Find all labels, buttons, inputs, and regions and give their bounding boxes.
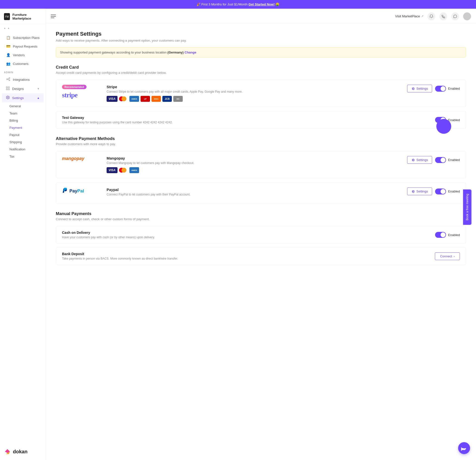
alert-banner: Showing supported payment gateways accor… — [56, 47, 466, 57]
sidebar-sub-general[interactable]: General — [0, 103, 46, 110]
sidebar-item-label: Customers — [13, 62, 29, 66]
dokan-logo-icon — [4, 448, 11, 455]
page-title: Payment Settings — [56, 31, 466, 37]
mangopay-settings-button[interactable]: Settings — [407, 156, 432, 164]
sidebar-sub-payout[interactable]: Payout — [0, 131, 46, 138]
page-subtitle: Add ways to receive payments. After conn… — [56, 39, 466, 42]
svg-point-10 — [464, 448, 464, 448]
paypal-desc: Connect PayPal to let customers pay with… — [107, 193, 402, 196]
mangopay-info: Mangopay Connect Mangopay to let custome… — [107, 156, 402, 173]
mangopay-logo: mangopay — [62, 156, 84, 161]
stripe-desc: Connect Stripe to let customers pay with… — [107, 90, 402, 93]
paypal-logo: PayPal — [62, 188, 84, 194]
sidebar-item-vendors[interactable]: 👤 Vendors — [2, 51, 44, 59]
banner-emoji: 🤑 — [275, 2, 279, 6]
admin-section-label: ADMIN — [0, 68, 46, 75]
alert-change-link[interactable]: Change — [184, 51, 196, 54]
phone-icon[interactable] — [439, 12, 447, 20]
stripe-toggle[interactable] — [435, 86, 446, 92]
paypal-settings-gear-icon — [411, 190, 415, 193]
sidebar-item-designs[interactable]: Designs ▼ — [2, 84, 44, 93]
sub-item-label: Shipping — [9, 140, 22, 144]
integrations-icon — [6, 77, 10, 82]
vendors-icon: 👤 — [6, 53, 10, 57]
alert-location: (Germany) — [168, 51, 184, 54]
settings-icon — [6, 96, 10, 100]
bank-deposit-desc: Take payments in person via BACS. More c… — [62, 257, 178, 260]
customers-icon: 👥 — [6, 62, 10, 66]
book-meeting-button[interactable]: Book a free meeting — [463, 189, 471, 225]
hamburger-icon[interactable] — [51, 15, 56, 18]
bank-deposit-info: Bank Deposit Take payments in person via… — [62, 252, 178, 260]
credit-card-subtitle: Accept credit card payments by configuri… — [56, 71, 466, 75]
settings-arrow-icon: ▲ — [37, 96, 40, 99]
sidebar-item-settings[interactable]: Settings ▲ — [2, 93, 44, 102]
alt-payments-subtitle: Provide customers with more ways to pay. — [56, 142, 466, 146]
sidebar-item-integrations[interactable]: Integrations — [2, 75, 44, 84]
paypal-toggle[interactable] — [435, 189, 446, 194]
stripe-enabled-label: Enabled — [448, 87, 460, 90]
bank-deposit-item: Bank Deposit Take payments in person via… — [56, 247, 466, 265]
sidebar-sub-billing[interactable]: Billing — [0, 117, 46, 124]
diners-icon: DC — [173, 96, 183, 102]
banner-cta[interactable]: Get Started Now! — [248, 2, 274, 6]
external-link-icon: ↗ — [421, 15, 423, 18]
designs-arrow-icon: ▼ — [37, 87, 40, 90]
sidebar-item-label: Subscription Plans — [13, 36, 40, 40]
sidebar-brand: FM Furniture Marketplace — [0, 9, 46, 24]
sub-item-label: Billing — [9, 119, 18, 122]
test-gateway-enabled-label: Enabled — [448, 118, 460, 122]
sidebar-sub-team[interactable]: Team — [0, 110, 46, 117]
sidebar-item-label: Vendors — [13, 53, 25, 57]
chat-bubble-button[interactable] — [458, 442, 470, 454]
sidebar-sub-shipping[interactable]: Shipping — [0, 138, 46, 146]
stripe-settings-button[interactable]: Settings — [407, 85, 432, 92]
visit-marketplace-text: Visit MarketPlace — [395, 14, 420, 18]
banner-text: 🎉 First 3 Months for Just $1/Month — [197, 2, 248, 6]
sidebar-item-label: Payout Requests — [13, 45, 37, 48]
svg-rect-6 — [8, 89, 9, 90]
bank-deposit-connect-button[interactable]: Connect › — [435, 252, 460, 260]
mangopay-mc-icon — [119, 167, 128, 173]
mangopay-toggle[interactable] — [435, 157, 446, 163]
svg-point-1 — [9, 78, 10, 79]
stripe-card-icons: VISA AMEX UP DISC JCB DC — [107, 96, 402, 102]
sub-item-label: Payment — [9, 126, 22, 130]
svg-rect-4 — [8, 87, 9, 88]
svg-rect-5 — [6, 89, 7, 90]
sub-item-label: Tax — [9, 155, 14, 158]
sidebar-item-payout[interactable]: 💳 Payout Requests — [2, 42, 44, 51]
cod-toggle[interactable] — [435, 232, 446, 238]
mangopay-settings-gear-icon — [411, 158, 415, 162]
test-gateway-desc: Use this gateway for testing purposes us… — [62, 121, 173, 124]
mangopay-desc: Connect Mangopay to let customers pay wi… — [107, 161, 402, 165]
test-gateway-name: Test Gateway — [62, 116, 173, 120]
user-avatar[interactable] — [463, 12, 471, 20]
sidebar-item-customers[interactable]: 👥 Customers — [2, 59, 44, 68]
svg-point-0 — [7, 79, 8, 80]
cod-info: Cash on Delivery Have your customers pay… — [62, 231, 155, 239]
credit-card-section: Credit Card Accept credit card payments … — [56, 65, 466, 129]
cod-desc: Have your customers pay with cash (or by… — [62, 236, 155, 239]
brand-name: Furniture Marketplace — [12, 13, 42, 20]
sidebar-item-label: Designs — [12, 87, 24, 91]
cod-toggle-wrapper: Enabled — [435, 232, 460, 238]
header: Visit MarketPlace ↗ — [46, 9, 476, 23]
payout-icon: 💳 — [6, 44, 10, 48]
sidebar-sub-notification[interactable]: Notification — [0, 146, 46, 153]
manual-payments-subtitle: Connect to accept cash, check or other c… — [56, 217, 466, 221]
sidebar-sub-tax[interactable]: Tax — [0, 153, 46, 160]
sub-item-label: Team — [9, 111, 17, 115]
paypal-settings-button[interactable]: Settings — [407, 188, 432, 195]
amex-icon: AMEX — [129, 96, 139, 102]
sidebar-sub-payment[interactable]: Payment — [0, 124, 46, 131]
sidebar-item-subscription[interactable]: 📋 Subscription Plans — [2, 33, 44, 42]
paypal-enabled-label: Enabled — [448, 189, 460, 193]
settings-gear-icon — [411, 87, 415, 90]
chat-bubble-icon — [461, 445, 467, 451]
mangopay-visa-icon: VISA — [107, 167, 118, 173]
subscription-icon: 📋 — [6, 36, 10, 40]
visit-marketplace-link[interactable]: Visit MarketPlace ↗ — [395, 14, 423, 18]
notification-icon[interactable] — [427, 12, 435, 20]
chat-icon[interactable] — [451, 12, 459, 20]
